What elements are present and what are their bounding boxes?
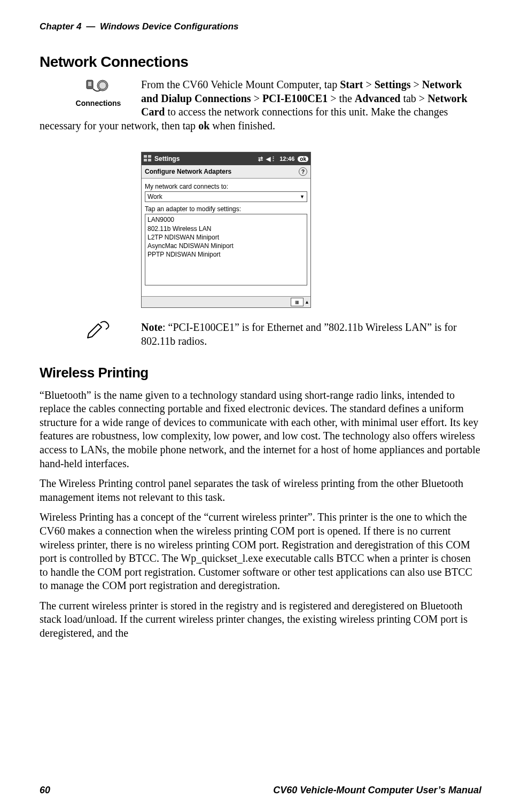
connections-icon-block: Connections [56, 78, 141, 107]
speaker-icon: ◀⋮ [266, 156, 276, 163]
wp-para-2: The Wireless Printing control panel sepa… [40, 477, 481, 504]
note-body: : “PCI-E100CE1” is for Ethernet and ”802… [141, 321, 457, 347]
bold-start: Start [340, 79, 363, 90]
wp-para-1: “Bluetooth” is the name given to a techn… [40, 389, 481, 471]
list-item[interactable]: 802.11b Wireless LAN [147, 225, 305, 233]
wm-label-tap-adapter: Tap an adapter to modify settings: [145, 205, 307, 213]
note-icon [56, 321, 141, 354]
chapter-label: Chapter 4 [40, 21, 81, 32]
wm-combo-network[interactable]: Work ▼ [145, 191, 307, 202]
connections-icon [56, 78, 141, 97]
embedded-screenshot: Settings ⇄ ◀⋮ 12:46 ok Configure Network… [141, 152, 311, 308]
wm-combo-value: Work [147, 193, 162, 200]
wm-body: My network card connects to: Work ▼ Tap … [142, 179, 310, 285]
bold-advanced: Advanced [355, 92, 401, 104]
note-label: Note [141, 321, 162, 333]
list-item[interactable]: L2TP NDISWAN Miniport [147, 233, 305, 242]
wm-subhead: Configure Network Adapters ? [142, 165, 310, 179]
section-title-wireless-printing: Wireless Printing [40, 365, 481, 381]
connectivity-icon: ⇄ [258, 156, 263, 163]
gt-2: > [411, 79, 422, 90]
chevron-down-icon: ▼ [300, 194, 305, 199]
chapter-title: Windows Device Configurations [100, 21, 239, 32]
list-item[interactable]: LAN9000 [147, 215, 305, 224]
connections-icon-label: Connections [56, 99, 141, 107]
bold-settings: Settings [375, 79, 411, 90]
nc-text-3: when finished. [209, 120, 275, 132]
page-number: 60 [40, 785, 50, 796]
gt-3: > [251, 92, 262, 104]
network-connections-block: Connections From the CV60 Vehicle Mount … [40, 78, 481, 133]
section-title-network-connections: Network Connections [40, 53, 481, 71]
wm-subhead-text: Configure Network Adapters [145, 168, 231, 175]
note-text: Note: “PCI-E100CE1” is for Ethernet and … [141, 321, 481, 348]
list-item[interactable]: PPTP NDISWAN Miniport [147, 250, 305, 259]
wm-bottombar: ▦ ▲ [142, 296, 310, 307]
running-head-left: Chapter 4 — Windows Device Configuration… [40, 21, 238, 32]
footer: 60 CV60 Vehicle-Mount Computer User’s Ma… [40, 785, 481, 796]
wm-titlebar: Settings ⇄ ◀⋮ 12:46 ok [142, 152, 310, 165]
wp-para-4: The current wireless printer is stored i… [40, 599, 481, 640]
svg-point-3 [99, 82, 106, 89]
wm-ok-button[interactable]: ok [298, 156, 308, 162]
windows-flag-icon [144, 155, 152, 163]
running-head: Chapter 4 — Windows Device Configuration… [40, 21, 481, 32]
wm-title: Settings [154, 155, 180, 163]
clock-text: 12:46 [279, 156, 294, 162]
wp-para-3: Wireless Printing has a concept of the “… [40, 511, 481, 593]
sip-keyboard-icon[interactable]: ▦ [291, 298, 304, 306]
note-block: Note: “PCI-E100CE1” is for Ethernet and … [40, 321, 481, 354]
wm-tray: ⇄ ◀⋮ 12:46 ok [258, 156, 308, 163]
page: Chapter 4 — Windows Device Configuration… [0, 0, 521, 812]
gt-1: > [363, 79, 374, 90]
bold-pci: PCI-E100CE1 [262, 92, 328, 104]
list-item[interactable]: AsyncMac NDISWAN Miniport [147, 242, 305, 250]
em-dash: — [84, 21, 97, 32]
help-icon[interactable]: ? [299, 167, 307, 176]
wm-label-connects-to: My network card connects to: [145, 183, 307, 190]
txt-tab: tab > [400, 92, 427, 104]
bold-ok: ok [198, 120, 209, 132]
doc-title: CV60 Vehicle-Mount Computer User’s Manua… [273, 785, 481, 796]
wm-adapter-listbox[interactable]: LAN9000 802.11b Wireless LAN L2TP NDISWA… [145, 214, 307, 285]
svg-rect-1 [88, 82, 91, 86]
sip-up-icon[interactable]: ▲ [305, 299, 309, 305]
nc-text-1: From the CV60 Vehicle Mount Computer, ta… [141, 79, 340, 90]
txt-the: > the [328, 92, 355, 104]
